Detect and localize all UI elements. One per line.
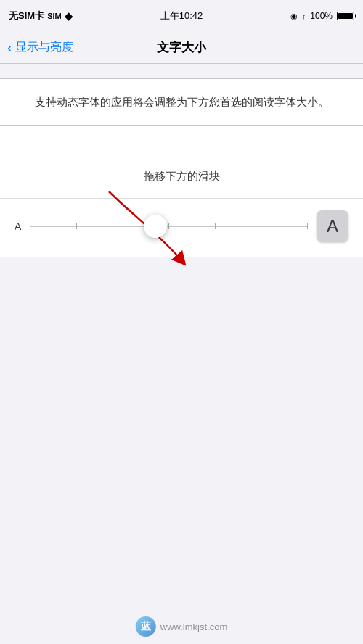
battery-fill <box>338 13 353 19</box>
signal-arrow-icon: ↑ <box>302 12 306 20</box>
tick-7 <box>307 223 308 229</box>
wifi-icon: ◆ <box>65 10 73 22</box>
back-label: 显示与亮度 <box>15 40 73 55</box>
slider-track <box>30 226 308 227</box>
carrier-text: 无SIM卡 <box>9 9 44 22</box>
sim-icon: SIM <box>47 12 62 20</box>
content-area: 支持动态字体的应用将会调整为下方您首选的阅读字体大小。 拖移下方的滑块 A <box>0 64 363 272</box>
watermark-url: www.lmkjst.com <box>160 622 227 632</box>
time-display: 上午10:42 <box>160 9 203 22</box>
battery-percent: 100% <box>310 11 333 21</box>
slider-container: A A <box>0 198 363 257</box>
watermark-logo: 蓝 <box>136 616 156 637</box>
status-right: ◉ ↑ 100% <box>290 11 354 21</box>
slider-large-label: A <box>317 210 348 242</box>
battery-icon <box>337 12 354 20</box>
status-left: 无SIM卡 SIM ◆ <box>9 9 73 22</box>
tick-5 <box>215 223 216 229</box>
slider-thumb[interactable] <box>144 215 167 238</box>
page-title: 文字大小 <box>157 39 206 56</box>
slider-small-label: A <box>15 220 21 232</box>
slider-section: 拖移下方的滑块 A <box>0 126 363 257</box>
drag-hint-text: 拖移下方的滑块 <box>0 126 363 198</box>
watermark-logo-text: 蓝 <box>141 620 151 633</box>
back-button[interactable]: ‹ 显示与亮度 <box>7 40 73 55</box>
description-card: 支持动态字体的应用将会调整为下方您首选的阅读字体大小。 <box>0 78 363 126</box>
tick-4 <box>168 223 169 229</box>
slider-track-wrapper[interactable] <box>30 210 308 242</box>
navigation-bar: ‹ 显示与亮度 文字大小 <box>0 32 363 64</box>
tick-1 <box>30 223 30 229</box>
location-icon: ◉ <box>290 12 298 21</box>
tick-2 <box>76 223 77 229</box>
back-chevron-icon: ‹ <box>7 40 12 54</box>
tick-6 <box>261 223 261 229</box>
watermark: 蓝 www.lmkjst.com <box>136 616 227 637</box>
description-text: 支持动态字体的应用将会调整为下方您首选的阅读字体大小。 <box>15 94 348 111</box>
status-bar: 无SIM卡 SIM ◆ 上午10:42 ◉ ↑ 100% <box>0 0 363 32</box>
tick-3 <box>123 223 123 229</box>
